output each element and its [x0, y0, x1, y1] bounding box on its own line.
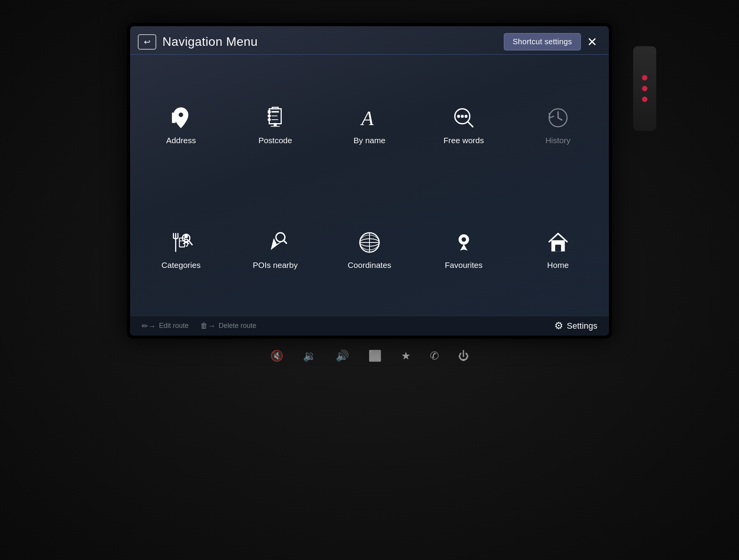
menu-item-address[interactable]: Address — [142, 98, 219, 151]
svg-line-25 — [284, 240, 287, 243]
svg-text:A: A — [360, 107, 374, 129]
back-icon: ↩ — [144, 37, 150, 47]
star-button[interactable]: ★ — [401, 349, 411, 362]
screen-button[interactable]: ⬜ — [368, 349, 382, 362]
svg-rect-6 — [268, 119, 271, 121]
svg-rect-33 — [555, 245, 561, 251]
address-label: Address — [166, 136, 196, 145]
history-label: History — [545, 136, 570, 145]
svg-rect-4 — [268, 110, 271, 114]
postcode-label: Postcode — [258, 136, 292, 145]
menu-item-home[interactable]: Home — [520, 223, 597, 276]
favourites-icon — [452, 229, 476, 256]
settings-button[interactable]: ⚙ Settings — [554, 320, 598, 332]
power-button[interactable]: ⏻ — [458, 349, 469, 362]
menu-item-pois[interactable]: POIs nearby — [237, 223, 314, 276]
header-left: ↩ Navigation Menu — [138, 34, 258, 50]
pois-label: POIs nearby — [253, 261, 298, 270]
favourites-label: Favourites — [445, 261, 483, 270]
coordinates-label: Coordinates — [348, 261, 391, 270]
hw-controls-bar: 🔇 🔉 🔊 ⬜ ★ ✆ ⏻ — [127, 341, 612, 371]
edit-route-label: Edit route — [159, 322, 189, 330]
car-surround: ↩ Navigation Menu Shortcut settings ✕ — [0, 0, 739, 560]
edit-route-action[interactable]: ✏→ Edit route — [142, 321, 189, 331]
menu-item-postcode[interactable]: Postcode — [237, 98, 314, 151]
volume-down-button[interactable]: 🔉 — [303, 349, 316, 362]
byname-icon: A — [358, 104, 381, 131]
categories-icon — [169, 229, 193, 256]
menu-item-favourites[interactable]: Favourites — [425, 223, 502, 276]
back-button[interactable]: ↩ — [138, 34, 156, 50]
screen-inner: ↩ Navigation Menu Shortcut settings ✕ — [130, 26, 609, 336]
settings-gear-icon: ⚙ — [554, 320, 563, 332]
coordinates-icon — [358, 229, 381, 256]
svg-point-11 — [465, 115, 468, 118]
menu-grid: Address — [130, 55, 609, 316]
header-right: Shortcut settings ✕ — [504, 33, 597, 50]
menu-item-byname[interactable]: A By name — [331, 98, 408, 151]
categories-label: Categories — [162, 261, 201, 270]
menu-item-categories[interactable]: Categories — [142, 223, 219, 276]
svg-line-12 — [467, 122, 473, 127]
side-dot-2 — [642, 86, 647, 91]
nav-title: Navigation Menu — [162, 35, 258, 49]
svg-point-32 — [461, 237, 466, 242]
phone-button[interactable]: ✆ — [430, 349, 439, 362]
menu-item-coordinates[interactable]: Coordinates — [331, 223, 408, 276]
menu-item-freewords[interactable]: Free words — [425, 98, 502, 151]
delete-route-action[interactable]: 🗑→ Delete route — [200, 321, 256, 331]
side-dot-3 — [642, 97, 647, 102]
close-button[interactable]: ✕ — [587, 36, 597, 48]
address-icon — [169, 104, 193, 131]
svg-point-9 — [461, 115, 464, 118]
screen-outer: ↩ Navigation Menu Shortcut settings ✕ — [127, 23, 612, 339]
bottom-actions: ✏→ Edit route 🗑→ Delete route — [142, 321, 256, 331]
byname-label: By name — [354, 136, 386, 145]
shortcut-settings-button[interactable]: Shortcut settings — [504, 33, 581, 50]
menu-row-2: Categories POIs nearby — [134, 187, 605, 312]
volume-up-button[interactable]: 🔊 — [336, 349, 349, 362]
side-dot-1 — [642, 75, 647, 80]
delete-route-label: Delete route — [219, 322, 256, 330]
delete-route-icon: 🗑→ — [200, 321, 216, 330]
bottom-bar: ✏→ Edit route 🗑→ Delete route ⚙ Settings — [130, 316, 609, 336]
pois-icon — [263, 229, 287, 256]
svg-rect-5 — [268, 115, 271, 117]
svg-point-23 — [184, 235, 188, 239]
home-label: Home — [547, 261, 569, 270]
history-icon — [546, 104, 570, 131]
menu-row-1: Address — [134, 62, 605, 187]
settings-label: Settings — [567, 321, 598, 331]
freewords-icon — [452, 104, 476, 131]
nav-header: ↩ Navigation Menu Shortcut settings ✕ — [130, 26, 609, 55]
home-icon — [546, 229, 570, 256]
svg-line-22 — [189, 241, 192, 245]
freewords-label: Free words — [443, 136, 484, 145]
edit-route-icon: ✏→ — [142, 321, 156, 331]
postcode-icon — [263, 104, 287, 131]
menu-item-history[interactable]: History — [520, 98, 597, 151]
svg-point-10 — [457, 115, 460, 118]
side-control-unit — [633, 46, 656, 131]
svg-rect-18 — [180, 238, 185, 247]
mute-button[interactable]: 🔇 — [270, 349, 284, 362]
